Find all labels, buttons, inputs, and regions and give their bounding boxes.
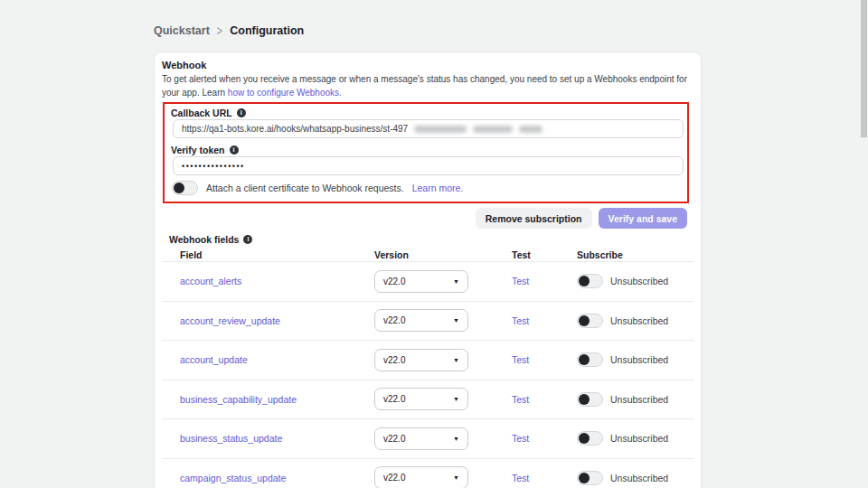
version-select[interactable]: v22.0▼ — [374, 466, 468, 488]
subscribe-cell: Unsubscribed — [577, 392, 686, 407]
toggle-knob-icon — [579, 394, 590, 405]
field-link[interactable]: business_capability_update — [180, 394, 374, 405]
test-link[interactable]: Test — [512, 394, 577, 405]
webhook-fields-table: Field Version Test Subscribe account_ale… — [162, 248, 693, 488]
table-row: account_update v22.0▼ Test Unsubscribed — [162, 341, 693, 380]
subscribe-toggle[interactable] — [577, 314, 603, 328]
webhook-description: To get alerted when you receive a messag… — [162, 73, 693, 99]
subscribe-toggle[interactable] — [577, 392, 603, 407]
test-link[interactable]: Test — [512, 473, 577, 483]
toggle-knob-icon — [579, 276, 590, 286]
redacted-url-blur — [414, 126, 467, 133]
breadcrumb: Quickstart > Configuration — [154, 24, 304, 37]
table-row: business_status_update v22.0▼ Test Unsub… — [162, 419, 693, 459]
subscribe-cell: Unsubscribed — [577, 352, 686, 367]
verify-token-label-text: Verify token — [171, 145, 225, 155]
version-select[interactable]: v22.0▼ — [374, 427, 468, 450]
subscribe-status-label: Unsubscribed — [610, 394, 668, 405]
column-header-test: Test — [512, 249, 577, 260]
client-certificate-row: Attach a client certificate to Webhook r… — [165, 178, 687, 202]
subscribe-status-label: Unsubscribed — [610, 473, 668, 483]
chevron-down-icon: ▼ — [453, 278, 459, 285]
webhook-section-title: Webhook — [162, 60, 693, 70]
toggle-knob-icon — [579, 354, 590, 365]
redacted-url-blur — [473, 126, 513, 133]
subscribe-status-label: Unsubscribed — [610, 315, 668, 326]
verify-and-save-button[interactable]: Verify and save — [599, 208, 687, 229]
field-link[interactable]: business_status_update — [180, 433, 374, 444]
subscribe-status-label: Unsubscribed — [610, 276, 668, 286]
field-link[interactable]: campaign_status_update — [180, 473, 374, 483]
info-icon[interactable]: i — [243, 235, 252, 244]
subscribe-toggle[interactable] — [577, 471, 603, 485]
scrollbar-thumb[interactable] — [861, 0, 867, 137]
table-row: campaign_status_update v22.0▼ Test Unsub… — [162, 459, 693, 488]
field-link[interactable]: account_update — [180, 354, 374, 365]
learn-more-link[interactable]: Learn more. — [412, 183, 464, 193]
version-value: v22.0 — [383, 315, 405, 325]
version-value: v22.0 — [383, 355, 405, 365]
callback-url-label-text: Callback URL — [171, 108, 232, 118]
column-header-version: Version — [374, 249, 512, 260]
verify-token-input[interactable]: ••••••••••••••• — [173, 156, 684, 175]
client-certificate-toggle[interactable] — [172, 181, 198, 195]
column-header-field: Field — [180, 249, 374, 260]
breadcrumb-current-page: Configuration — [230, 24, 304, 37]
webhook-fields-title-text: Webhook fields — [169, 234, 239, 245]
test-link[interactable]: Test — [512, 433, 577, 444]
table-row: account_alerts v22.0▼ Test Unsubscribed — [162, 262, 693, 302]
subscribe-cell: Unsubscribed — [577, 314, 686, 328]
version-select[interactable]: v22.0▼ — [374, 309, 468, 332]
chevron-right-icon: > — [217, 24, 222, 38]
callback-url-value: https://qa1-bots.kore.ai/hooks/whatsapp-… — [182, 124, 408, 134]
toggle-knob-icon — [579, 433, 590, 444]
field-link[interactable]: account_review_update — [180, 315, 374, 326]
chevron-down-icon: ▼ — [453, 474, 459, 481]
table-row: business_capability_update v22.0▼ Test U… — [162, 380, 693, 420]
field-link[interactable]: account_alerts — [180, 276, 374, 286]
subscribe-status-label: Unsubscribed — [610, 354, 668, 365]
chevron-down-icon: ▼ — [453, 436, 459, 442]
subscribe-cell: Unsubscribed — [577, 471, 686, 485]
toggle-knob-icon — [174, 183, 184, 193]
callback-url-input[interactable]: https://qa1-bots.kore.ai/hooks/whatsapp-… — [173, 119, 684, 138]
validation-highlight-box: Callback URL i https://qa1-bots.kore.ai/… — [163, 102, 689, 203]
breadcrumb-quickstart-link[interactable]: Quickstart — [154, 24, 210, 37]
scrollbar[interactable] — [860, 0, 868, 488]
table-header-row: Field Version Test Subscribe — [162, 248, 693, 262]
callback-url-label: Callback URL i — [165, 104, 687, 119]
subscribe-toggle[interactable] — [577, 274, 603, 288]
toggle-knob-icon — [579, 473, 590, 483]
verify-token-label: Verify token i — [165, 141, 687, 156]
version-value: v22.0 — [383, 473, 405, 483]
subscribe-cell: Unsubscribed — [577, 274, 686, 288]
chevron-down-icon: ▼ — [453, 357, 459, 363]
subscribe-cell: Unsubscribed — [577, 431, 686, 446]
redacted-url-blur — [519, 126, 542, 133]
version-select[interactable]: v22.0▼ — [374, 270, 468, 293]
test-link[interactable]: Test — [512, 276, 577, 286]
verify-token-masked-value: ••••••••••••••• — [182, 162, 245, 171]
subscribe-toggle[interactable] — [577, 431, 603, 446]
subscribe-toggle[interactable] — [577, 352, 603, 367]
version-select[interactable]: v22.0▼ — [374, 388, 468, 410]
column-header-subscribe: Subscribe — [577, 249, 686, 260]
toggle-knob-icon — [579, 315, 590, 326]
version-value: v22.0 — [383, 434, 405, 444]
chevron-down-icon: ▼ — [453, 317, 459, 324]
version-value: v22.0 — [383, 277, 405, 286]
webhook-fields-title: Webhook fields i — [169, 233, 693, 245]
test-link[interactable]: Test — [512, 315, 577, 326]
table-row: account_review_update v22.0▼ Test Unsubs… — [162, 302, 693, 342]
info-icon[interactable]: i — [237, 108, 246, 117]
version-select[interactable]: v22.0▼ — [374, 349, 468, 371]
webhook-configuration-card: Webhook To get alerted when you receive … — [154, 52, 702, 488]
version-value: v22.0 — [383, 394, 405, 404]
test-link[interactable]: Test — [512, 354, 577, 365]
chevron-down-icon: ▼ — [453, 396, 459, 402]
webhook-actions: Remove subscription Verify and save — [162, 208, 687, 229]
configure-webhooks-link[interactable]: how to configure Webhooks. — [228, 88, 342, 98]
info-icon[interactable]: i — [230, 145, 239, 155]
remove-subscription-button[interactable]: Remove subscription — [476, 208, 592, 229]
subscribe-status-label: Unsubscribed — [610, 433, 668, 444]
